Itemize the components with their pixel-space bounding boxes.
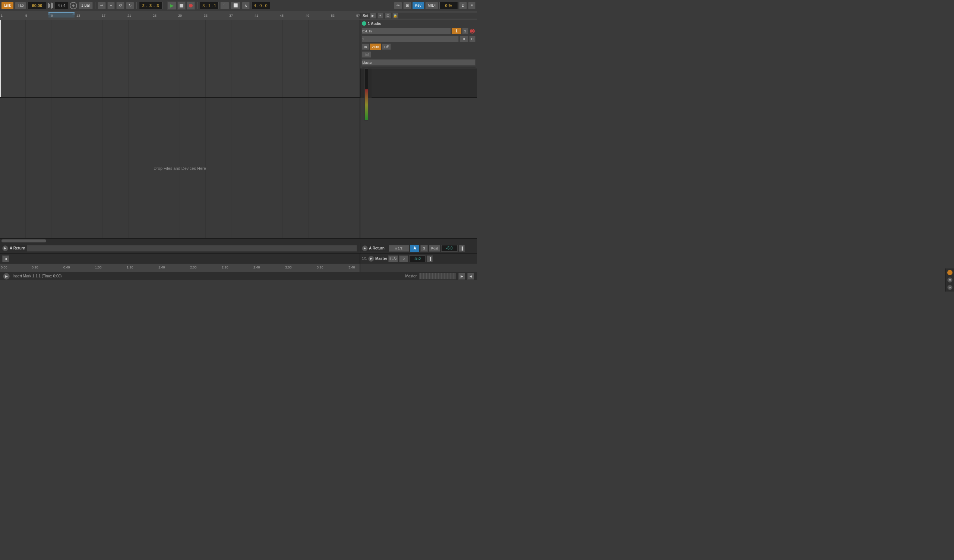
menu-button[interactable]: ≡ bbox=[468, 2, 475, 9]
sep-2 bbox=[136, 2, 137, 9]
master-zero: 0 bbox=[399, 255, 408, 262]
status-message: Insert Mark 1.1.1 (Time: 0:00) bbox=[12, 274, 61, 278]
master-left-area: ◀ bbox=[0, 254, 360, 264]
add-mark-button[interactable]: + bbox=[108, 2, 115, 9]
top-track-section: 1 Audio Ext. In 1 S bbox=[0, 20, 477, 98]
time-340: 3:40 bbox=[348, 266, 355, 269]
timeline-right-stub bbox=[360, 264, 477, 272]
collapse-status-btn[interactable]: ◀ bbox=[467, 273, 474, 280]
scroll-thumb[interactable] bbox=[2, 240, 46, 243]
grid-button[interactable]: ⊞ bbox=[403, 2, 412, 9]
time-140: 1:40 bbox=[158, 266, 165, 269]
link-button[interactable]: Link bbox=[2, 2, 13, 9]
right-strip-bottom bbox=[360, 98, 477, 238]
meter-bar-3 bbox=[51, 3, 52, 9]
master-controls-row: 1/1 ▶ Master ii 1/2 0 -5.0 ▐ bbox=[360, 254, 477, 264]
tempo-display[interactable]: 60.00 bbox=[28, 2, 46, 9]
waveform-bg bbox=[419, 273, 456, 279]
toolbar-right: ✏ ⊞ Key MIDI 0 % D ≡ bbox=[394, 2, 475, 9]
set-lock-button[interactable]: 🔒 bbox=[393, 12, 398, 19]
minus-inf-display: -inf bbox=[362, 51, 371, 58]
off-button[interactable]: Off bbox=[382, 44, 391, 50]
mode-buttons-row: In Auto Off bbox=[360, 43, 477, 51]
master-volume-value[interactable]: -5.0 bbox=[441, 245, 458, 252]
master-s-btn[interactable]: S bbox=[420, 245, 428, 252]
master-expand-btn[interactable]: ▐ bbox=[459, 245, 465, 252]
note-icon[interactable] bbox=[70, 2, 77, 9]
loop-size-button[interactable]: 1 Bar bbox=[79, 2, 93, 9]
master-play-btn[interactable]: ▶ bbox=[362, 245, 368, 251]
fader-bar[interactable] bbox=[362, 67, 475, 68]
master-vol[interactable]: -5.0 bbox=[409, 255, 426, 262]
key-button[interactable]: Key bbox=[413, 2, 424, 9]
expand-status-btn[interactable]: ▶ bbox=[458, 273, 465, 280]
audio-track-canvas[interactable] bbox=[0, 20, 360, 97]
sep-4 bbox=[197, 2, 198, 9]
play-button[interactable]: ▶ bbox=[167, 2, 176, 10]
time-40: 0:40 bbox=[63, 266, 70, 269]
s-button[interactable]: S bbox=[462, 28, 468, 34]
pencil-button[interactable]: ✏ bbox=[394, 2, 402, 9]
input-select[interactable]: Ext. In bbox=[362, 28, 451, 34]
meter-fill bbox=[365, 89, 368, 120]
time-signature[interactable]: 4 / 4 bbox=[55, 2, 68, 9]
master-fader-box[interactable]: ii 1/2 bbox=[389, 245, 409, 252]
rec-arm-button[interactable] bbox=[469, 28, 475, 34]
sub-input-row: 1 0 C bbox=[360, 35, 477, 43]
position-display[interactable]: 2 . 3 . 3 bbox=[139, 2, 163, 9]
empty-track-canvas[interactable]: Drop Files and Devices Here bbox=[0, 98, 360, 238]
loop-end-display[interactable]: 4 . 0 . 0 bbox=[251, 2, 270, 9]
back-arrow-button[interactable]: ↩ bbox=[98, 2, 106, 9]
envelope-button[interactable]: ⬜ bbox=[231, 2, 240, 9]
status-right: Master ▶ ◀ bbox=[405, 273, 474, 280]
set-play-button[interactable]: ▶ bbox=[370, 12, 376, 19]
redo-button[interactable]: ↻ bbox=[126, 2, 134, 9]
master-post-btn[interactable]: Post bbox=[429, 245, 440, 252]
midi-button[interactable]: MIDI bbox=[425, 2, 438, 9]
note-inner bbox=[72, 5, 75, 7]
master-strip: ▶ A Return ii 1/2 A S Post -5.0 ▐ bbox=[360, 243, 477, 253]
scroll-left-btn[interactable]: ◀ bbox=[2, 255, 9, 262]
master-track-name: Master bbox=[375, 257, 387, 261]
set-add-button[interactable]: + bbox=[377, 12, 383, 19]
record-button[interactable] bbox=[187, 2, 195, 10]
status-play-btn[interactable]: ▶ bbox=[3, 273, 10, 280]
output-select[interactable]: Master bbox=[362, 59, 475, 65]
ruler-mark-21: 21 bbox=[128, 14, 131, 17]
sub-input-select[interactable]: 1 bbox=[362, 36, 459, 42]
master-name: A Return bbox=[369, 246, 388, 250]
ruler-mark-9: 9 bbox=[51, 14, 53, 17]
master-track-play-btn[interactable]: ▶ bbox=[368, 256, 374, 262]
track-active-indicator[interactable] bbox=[362, 21, 366, 26]
grid-background bbox=[0, 20, 360, 97]
stop-button[interactable] bbox=[178, 2, 186, 10]
ruler-mark-49: 49 bbox=[306, 14, 309, 17]
output-row: Master bbox=[360, 58, 477, 66]
subdivision-select[interactable]: ii 1/2 bbox=[388, 255, 398, 262]
draw-mode-button[interactable]: ⌒ bbox=[220, 2, 229, 9]
return-play-btn[interactable]: ▶ bbox=[2, 245, 8, 251]
master-a-btn[interactable]: A bbox=[410, 245, 419, 252]
meter-bar-4 bbox=[52, 3, 53, 8]
set-edit-button[interactable]: ⊡ bbox=[385, 12, 391, 19]
loop-start-display[interactable]: 3 . 1 . 1 bbox=[200, 2, 219, 9]
return-fader[interactable] bbox=[27, 245, 357, 252]
sep-3 bbox=[165, 2, 165, 9]
snap-button[interactable]: ∧ bbox=[242, 2, 250, 9]
ruler-mark-17: 17 bbox=[102, 14, 106, 17]
sep-1 bbox=[95, 2, 95, 9]
undo-button[interactable]: ↺ bbox=[116, 2, 125, 9]
auto-button[interactable]: Auto bbox=[370, 44, 382, 50]
in-button[interactable]: In bbox=[362, 44, 369, 50]
bottom-track-section: Drop Files and Devices Here bbox=[0, 98, 477, 238]
d-button[interactable]: D bbox=[459, 2, 467, 9]
horizontal-scrollbar[interactable] bbox=[0, 238, 477, 243]
ruler-mark-57: 57 bbox=[356, 14, 360, 17]
fader-area bbox=[360, 66, 477, 68]
master-vol-expand[interactable]: ▐ bbox=[427, 255, 433, 262]
meter-bar-2 bbox=[49, 4, 50, 8]
channel-number-btn[interactable]: 1 bbox=[452, 28, 461, 34]
split-track-view: 1 Audio Ext. In 1 S bbox=[0, 20, 477, 238]
tap-button[interactable]: Tap bbox=[15, 2, 26, 9]
c-button[interactable]: C bbox=[469, 36, 475, 42]
